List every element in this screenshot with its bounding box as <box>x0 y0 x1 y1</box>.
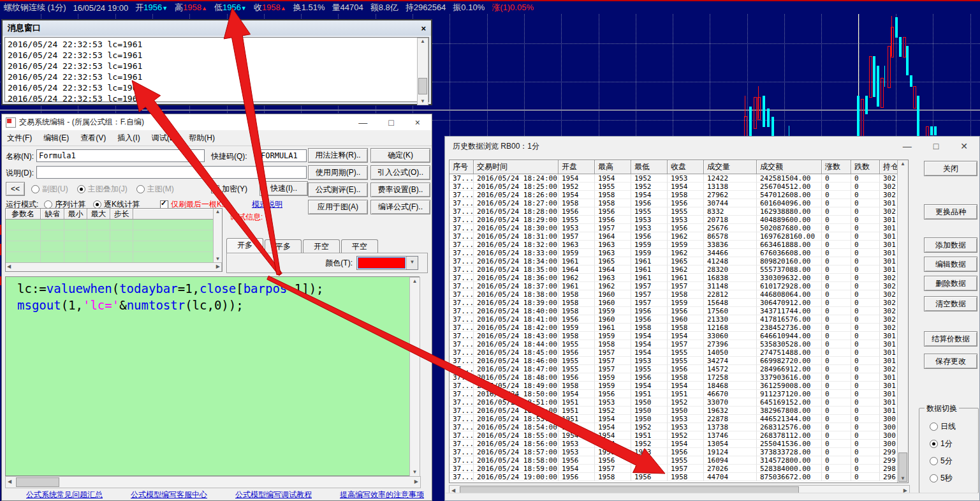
table-row[interactable] <box>6 252 222 263</box>
table-row[interactable]: 37...2016/05/24 18:37:001961196219571957… <box>450 282 898 290</box>
column-header[interactable]: 序号 <box>450 160 474 174</box>
minimize-icon[interactable]: — <box>903 141 912 151</box>
editor-titlebar[interactable]: 交易系统编辑 - (所属公式组：F.自编) — □ × <box>2 114 432 130</box>
table-row[interactable]: 37...2016/05/24 18:32:001963196319591959… <box>450 241 898 249</box>
formula-code-editor[interactable]: lc:=valuewhen(todaybar=1,close[barpos-1]… <box>5 276 420 476</box>
table-row[interactable]: 37...2016/05/24 18:56:001953195419521954… <box>450 440 898 448</box>
side-button[interactable]: 编辑数据 <box>924 257 977 272</box>
table-row[interactable]: 37...2016/05/24 18:35:001964196419611962… <box>450 265 898 274</box>
table-row[interactable] <box>6 220 222 230</box>
table-row[interactable]: 37...2016/05/24 18:52:001951195219501950… <box>450 407 898 415</box>
table-row[interactable]: 37...2016/05/24 18:29:001955195619531953… <box>450 216 898 224</box>
column-header[interactable]: 步长 <box>110 209 133 220</box>
tab-开多[interactable]: 开多 <box>226 238 263 253</box>
table-row[interactable]: 37...2016/05/24 18:57:001953195619531956… <box>450 448 898 456</box>
table-row[interactable]: 37...2016/05/24 18:39:001958196019571959… <box>450 299 898 307</box>
table-row[interactable]: 37...2016/05/24 18:55:001954195419511952… <box>450 431 898 440</box>
table-row[interactable]: 37...2016/05/24 18:53:001951195419501953… <box>450 415 898 423</box>
table-row[interactable]: 37...2016/05/24 18:47:001955195719551956… <box>450 365 898 373</box>
scroll-up-icon[interactable]: ▲ <box>410 279 420 284</box>
table-row[interactable]: 37...2016/05/24 18:45:001956195719541955… <box>450 348 898 357</box>
description-input[interactable] <box>36 166 307 179</box>
radio-icon[interactable] <box>31 185 40 193</box>
scrollbar-thumb[interactable] <box>16 477 59 487</box>
table-row[interactable]: 37...2016/05/24 18:26:001954195819541958… <box>450 191 898 199</box>
side-button[interactable]: 删除数据 <box>924 276 977 291</box>
table-row[interactable]: 37...2016/05/24 18:40:001958195919561956… <box>450 307 898 315</box>
menu-item[interactable]: 帮助(H) <box>189 133 215 144</box>
column-header[interactable]: 跌数 <box>851 160 880 174</box>
encrypt-checkbox-row[interactable]: 加密(Y) <box>211 184 247 195</box>
table-row[interactable]: 37...2016/05/24 18:25:001952195519521954… <box>450 183 898 191</box>
column-header[interactable] <box>133 209 222 220</box>
tab-平空[interactable]: 平空 <box>341 239 378 253</box>
table-row[interactable]: 37...2016/05/24 18:49:001958195919541954… <box>450 382 898 390</box>
table-row[interactable]: 37...2016/05/24 19:00:001956195819561958… <box>450 473 898 481</box>
column-header[interactable]: 参数名 <box>6 209 41 220</box>
editor-button[interactable]: 费率设置(B).. <box>370 183 430 197</box>
column-header[interactable]: 成交额 <box>757 160 822 174</box>
table-row[interactable]: 37...2016/05/24 18:36:001962196319611961… <box>450 274 898 282</box>
scrollbar-thumb[interactable] <box>418 78 427 94</box>
table-row[interactable]: 37...2016/05/24 18:42:001959196119581958… <box>450 324 898 332</box>
table-row[interactable]: 37...2016/05/24 18:58:001956195619541955… <box>450 456 898 465</box>
close-icon[interactable]: × <box>415 117 420 128</box>
table-row[interactable]: 37...2016/05/24 18:46:001955195719531955… <box>450 357 898 365</box>
editor-button[interactable]: 使用周期(P).. <box>308 165 368 180</box>
data-switch-option[interactable]: 5秒 <box>930 473 953 484</box>
column-header[interactable]: 持仓 <box>880 160 898 174</box>
table-row[interactable]: 37...2016/05/24 18:41:001956196019561960… <box>450 315 898 324</box>
plot-type-radio[interactable]: 副图(U) <box>31 184 68 195</box>
table-row[interactable]: 37...2016/05/24 18:48:001956195919561958… <box>450 373 898 382</box>
table-row[interactable]: 37...2016/05/24 18:28:001956195619551955… <box>450 207 898 216</box>
table-row[interactable]: 37...2016/05/24 18:43:001958195919541954… <box>450 332 898 340</box>
column-header[interactable]: 开盘 <box>559 160 595 174</box>
table-row[interactable]: 37...2016/05/24 18:38:001958196019571958… <box>450 290 898 299</box>
scroll-right-icon[interactable]: ▶ <box>216 264 220 269</box>
code-horizontal-scrollbar[interactable]: ◀ ▶ <box>5 476 421 488</box>
editor-button[interactable]: 公式测评(E).. <box>308 183 368 197</box>
tab-平多[interactable]: 平多 <box>265 239 302 253</box>
table-row[interactable]: 37...2016/05/24 18:24:001954195419521953… <box>450 174 898 183</box>
column-header[interactable]: 最小 <box>64 209 87 220</box>
data-switch-option[interactable]: 1分 <box>930 438 953 449</box>
column-header[interactable]: 涨数 <box>822 160 851 174</box>
chevron-down-icon[interactable]: ▼ <box>406 257 418 269</box>
plot-type-radio[interactable]: 主图(M) <box>136 184 174 195</box>
column-header[interactable]: 交易时间 <box>474 160 559 174</box>
column-header[interactable]: 收盘 <box>668 160 704 174</box>
scroll-up-icon[interactable]: ▲ <box>214 209 222 214</box>
encrypt-checkbox[interactable] <box>211 185 219 193</box>
table-row[interactable]: 37...2016/05/24 18:27:001958195819561956… <box>450 199 898 207</box>
scroll-down-icon[interactable]: ▼ <box>410 470 420 475</box>
editor-button[interactable]: 引入公式(O).. <box>370 165 430 180</box>
editor-button[interactable]: 编译公式(F).. <box>370 200 430 214</box>
color-dropdown[interactable]: ▼ <box>356 256 418 270</box>
help-link[interactable]: 提高编写效率的注意事项 <box>340 490 424 500</box>
menu-item[interactable]: 查看(V) <box>80 133 106 144</box>
column-header[interactable]: 最低 <box>631 160 668 174</box>
scroll-up-icon[interactable]: ▲ <box>418 39 428 44</box>
table-row[interactable]: 37...2016/05/24 18:31:001957196419561962… <box>450 232 898 241</box>
param-horizontal-scrollbar[interactable]: ◀ ▶ <box>6 262 222 271</box>
editor-button[interactable]: 确定(K) <box>370 148 430 163</box>
radio-icon[interactable] <box>136 185 145 193</box>
close-data-button[interactable]: 关闭 <box>924 161 977 176</box>
side-button[interactable]: 保存更改 <box>924 354 977 369</box>
table-row[interactable]: 37...2016/05/24 18:51:001951195319501952… <box>450 398 898 407</box>
table-row[interactable] <box>6 241 222 252</box>
table-row[interactable]: 37...2016/05/24 18:44:001955195819541957… <box>450 340 898 348</box>
scroll-left-icon[interactable]: ◀ <box>8 479 11 484</box>
help-link[interactable]: 公式模型编写调试教程 <box>235 490 312 500</box>
minimize-icon[interactable]: — <box>358 117 367 128</box>
message-vertical-scrollbar[interactable]: ▲ ▼ <box>417 38 428 105</box>
help-link[interactable]: 公式模型编写客服中心 <box>131 490 207 500</box>
table-row[interactable]: 37...2016/05/24 18:59:001954195719531957… <box>450 465 898 473</box>
shortcut-input[interactable] <box>258 149 307 162</box>
collapse-button[interactable]: << <box>6 182 25 196</box>
scroll-right-icon[interactable]: ▶ <box>414 479 418 484</box>
code-vertical-scrollbar[interactable]: ▲ ▼ <box>409 277 420 477</box>
history-vertical-scrollbar[interactable]: ▲ ▼ <box>897 160 908 482</box>
quick-button[interactable]: 快速(I).. <box>260 181 308 196</box>
editor-button[interactable]: 用法注释(R).. <box>308 148 368 163</box>
